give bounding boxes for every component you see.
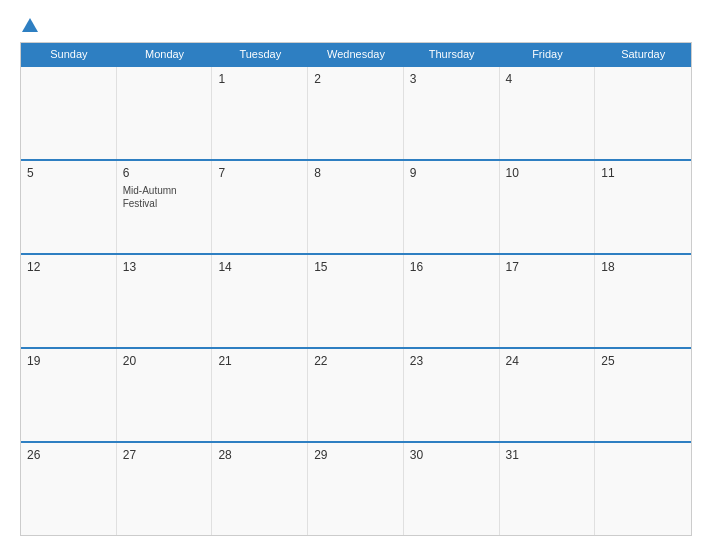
calendar-cell: 19 [21,349,117,441]
calendar-cell: 6Mid-Autumn Festival [117,161,213,253]
calendar-cell: 28 [212,443,308,535]
calendar-date: 6 [123,166,206,180]
calendar-day-header: Saturday [595,43,691,65]
calendar-cell: 30 [404,443,500,535]
calendar-cell: 11 [595,161,691,253]
calendar-cell: 18 [595,255,691,347]
calendar-date: 21 [218,354,301,368]
calendar-date: 10 [506,166,589,180]
calendar-date: 23 [410,354,493,368]
calendar-week: 12131415161718 [21,253,691,347]
calendar-week: 1234 [21,65,691,159]
calendar-date: 19 [27,354,110,368]
calendar-date: 4 [506,72,589,86]
calendar-week: 262728293031 [21,441,691,535]
calendar-cell: 7 [212,161,308,253]
calendar-date: 1 [218,72,301,86]
calendar-week: 19202122232425 [21,347,691,441]
calendar-cell: 20 [117,349,213,441]
calendar-cell: 8 [308,161,404,253]
calendar-cell: 13 [117,255,213,347]
calendar-date: 17 [506,260,589,274]
page: SundayMondayTuesdayWednesdayThursdayFrid… [0,0,712,550]
calendar-day-header: Tuesday [212,43,308,65]
calendar-cell: 2 [308,67,404,159]
calendar-date: 18 [601,260,685,274]
header [20,18,692,32]
calendar-date: 5 [27,166,110,180]
calendar-date: 11 [601,166,685,180]
calendar-date: 2 [314,72,397,86]
calendar-cell: 27 [117,443,213,535]
calendar-date: 24 [506,354,589,368]
calendar-day-header: Wednesday [308,43,404,65]
calendar-cell [595,67,691,159]
calendar-cell: 1 [212,67,308,159]
calendar-cell: 21 [212,349,308,441]
calendar-cell: 16 [404,255,500,347]
calendar-day-header: Monday [117,43,213,65]
calendar-date: 25 [601,354,685,368]
calendar-cell: 14 [212,255,308,347]
calendar-date: 20 [123,354,206,368]
calendar-date: 3 [410,72,493,86]
calendar-cell: 24 [500,349,596,441]
calendar-date: 26 [27,448,110,462]
calendar-day-header: Friday [500,43,596,65]
calendar-cell: 22 [308,349,404,441]
calendar-cell: 25 [595,349,691,441]
logo-triangle-icon [22,18,38,32]
calendar-date: 31 [506,448,589,462]
calendar-date: 28 [218,448,301,462]
calendar-date: 22 [314,354,397,368]
calendar-date: 30 [410,448,493,462]
calendar-cell: 5 [21,161,117,253]
calendar-date: 14 [218,260,301,274]
calendar-day-header: Sunday [21,43,117,65]
calendar: SundayMondayTuesdayWednesdayThursdayFrid… [20,42,692,536]
calendar-date: 7 [218,166,301,180]
calendar-date: 29 [314,448,397,462]
calendar-week: 56Mid-Autumn Festival7891011 [21,159,691,253]
logo [20,18,38,32]
calendar-day-header: Thursday [404,43,500,65]
calendar-cell: 3 [404,67,500,159]
calendar-cell: 17 [500,255,596,347]
calendar-date: 16 [410,260,493,274]
calendar-cell: 31 [500,443,596,535]
calendar-date: 13 [123,260,206,274]
calendar-body: 123456Mid-Autumn Festival789101112131415… [21,65,691,535]
calendar-event: Mid-Autumn Festival [123,184,206,210]
calendar-cell [117,67,213,159]
calendar-cell: 23 [404,349,500,441]
calendar-cell: 29 [308,443,404,535]
calendar-header: SundayMondayTuesdayWednesdayThursdayFrid… [21,43,691,65]
calendar-cell: 4 [500,67,596,159]
calendar-date: 9 [410,166,493,180]
calendar-cell: 26 [21,443,117,535]
calendar-date: 12 [27,260,110,274]
calendar-cell: 10 [500,161,596,253]
calendar-date: 8 [314,166,397,180]
calendar-date: 15 [314,260,397,274]
calendar-cell [21,67,117,159]
calendar-date: 27 [123,448,206,462]
calendar-cell: 15 [308,255,404,347]
calendar-cell [595,443,691,535]
calendar-cell: 9 [404,161,500,253]
calendar-cell: 12 [21,255,117,347]
